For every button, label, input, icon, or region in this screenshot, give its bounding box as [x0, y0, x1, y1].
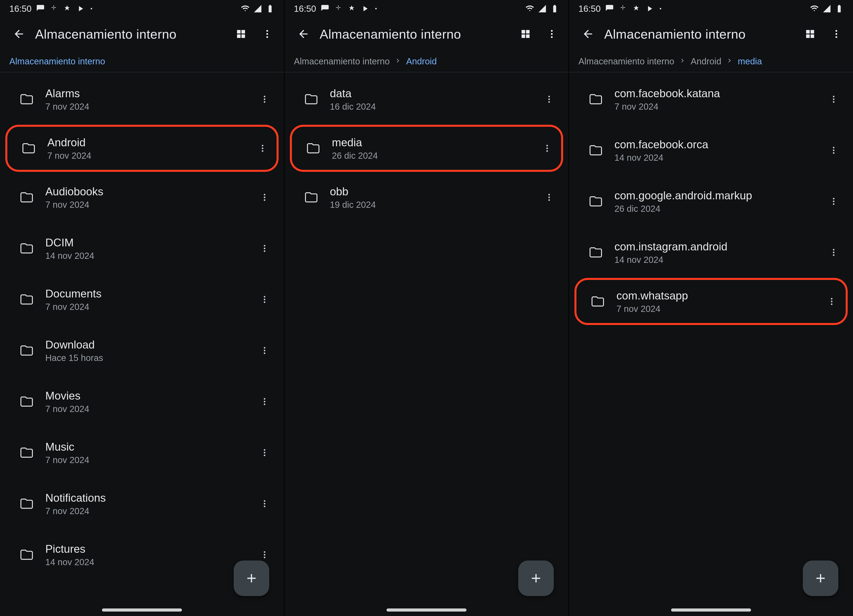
folder-row[interactable]: com.whatsapp 7 nov 2024: [574, 278, 848, 325]
folder-row[interactable]: com.facebook.katana 7 nov 2024: [574, 74, 848, 125]
folder-icon: [19, 191, 35, 204]
tiktok-icon: [347, 4, 356, 13]
folder-row[interactable]: DCIM 14 nov 2024: [5, 223, 279, 274]
folder-row[interactable]: com.google.android.markup 26 dic 2024: [574, 176, 848, 227]
gesture-nav-bar[interactable]: [0, 604, 284, 616]
tiktok-icon: [63, 4, 71, 13]
breadcrumb-item[interactable]: Almacenamiento interno: [9, 56, 105, 67]
row-menu-button[interactable]: [257, 193, 272, 202]
folder-row[interactable]: Alarms 7 nov 2024: [5, 74, 279, 125]
folder-name: com.facebook.katana: [615, 87, 815, 100]
folder-icon: [590, 295, 606, 308]
folder-icon: [19, 548, 35, 562]
breadcrumb-item[interactable]: Android: [406, 56, 437, 67]
folder-row[interactable]: Music 7 nov 2024: [5, 427, 279, 478]
file-browser-pane: 16:50 · Almacenamiento interno Almacenam…: [285, 0, 569, 616]
folder-name: Pictures: [45, 543, 246, 555]
folder-icon: [588, 92, 604, 106]
folder-icon: [21, 141, 36, 155]
folder-list[interactable]: Alarms 7 nov 2024 Android 7 nov 2024 Aud…: [0, 73, 284, 616]
breadcrumb-item[interactable]: media: [738, 56, 762, 67]
wifi-icon: [810, 4, 819, 13]
row-menu-button[interactable]: [539, 144, 555, 153]
folder-name: com.whatsapp: [616, 289, 813, 302]
app-bar: Almacenamiento interno: [0, 17, 284, 51]
breadcrumb-item[interactable]: Almacenamiento interno: [294, 56, 390, 67]
folder-list[interactable]: com.facebook.katana 7 nov 2024 com.faceb…: [569, 73, 853, 616]
wifi-icon: [241, 4, 250, 13]
folder-icon: [19, 395, 35, 409]
folder-date: 7 nov 2024: [45, 506, 246, 516]
back-button[interactable]: [578, 24, 598, 44]
add-fab[interactable]: [518, 560, 554, 596]
page-title: Almacenamiento interno: [604, 27, 794, 41]
overflow-menu-button[interactable]: [257, 24, 277, 44]
folder-icon: [305, 141, 321, 155]
row-menu-button[interactable]: [257, 346, 272, 355]
chevron-right-icon: [678, 56, 686, 67]
folder-row[interactable]: media 26 dic 2024: [290, 125, 563, 172]
row-menu-button[interactable]: [257, 499, 272, 509]
folder-date: 16 dic 2024: [330, 102, 531, 112]
wifi-icon: [525, 4, 534, 13]
gesture-nav-bar[interactable]: [569, 604, 853, 616]
folder-row[interactable]: Documents 7 nov 2024: [5, 274, 279, 325]
row-menu-button[interactable]: [257, 397, 272, 406]
folder-icon: [303, 92, 319, 106]
folder-name: Music: [45, 440, 246, 453]
status-overflow-dot: ·: [659, 4, 663, 14]
folder-icon: [19, 344, 35, 357]
folder-row[interactable]: Audiobooks 7 nov 2024: [5, 172, 279, 223]
grid-view-button[interactable]: [800, 24, 820, 44]
breadcrumb: Almacenamiento internoAndroid: [285, 51, 568, 72]
folder-row[interactable]: obb 19 dic 2024: [290, 172, 563, 223]
chat-icon: [320, 4, 329, 13]
folder-row[interactable]: data 16 dic 2024: [290, 74, 563, 125]
folder-date: 7 nov 2024: [45, 302, 246, 312]
row-menu-button[interactable]: [257, 550, 272, 559]
overflow-menu-button[interactable]: [826, 24, 846, 44]
folder-name: Movies: [45, 389, 246, 402]
grid-view-button[interactable]: [516, 24, 536, 44]
row-menu-button[interactable]: [541, 193, 557, 202]
folder-row[interactable]: Android 7 nov 2024: [5, 125, 279, 172]
folder-date: 7 nov 2024: [45, 404, 246, 414]
row-menu-button[interactable]: [257, 244, 272, 253]
add-fab[interactable]: [803, 560, 838, 596]
row-menu-button[interactable]: [257, 295, 272, 304]
row-menu-button[interactable]: [257, 448, 272, 457]
back-button[interactable]: [293, 24, 313, 44]
folder-date: 7 nov 2024: [616, 304, 813, 314]
folder-date: 14 nov 2024: [615, 153, 815, 163]
breadcrumb-item[interactable]: Almacenamiento interno: [578, 56, 674, 67]
folder-name: com.instagram.android: [615, 240, 815, 253]
row-menu-button[interactable]: [826, 197, 841, 206]
folder-list[interactable]: data 16 dic 2024 media 26 dic 2024 obb 1…: [285, 73, 568, 616]
add-fab[interactable]: [234, 560, 269, 596]
row-menu-button[interactable]: [826, 248, 841, 257]
pinwheel-icon: [334, 4, 343, 13]
folder-date: 7 nov 2024: [45, 102, 246, 112]
breadcrumb-item[interactable]: Android: [691, 56, 721, 67]
folder-row[interactable]: Notifications 7 nov 2024: [5, 478, 279, 529]
cell-signal-icon: [822, 4, 831, 13]
folder-row[interactable]: Movies 7 nov 2024: [5, 376, 279, 427]
row-menu-button[interactable]: [255, 144, 270, 153]
row-menu-button[interactable]: [257, 95, 272, 104]
gesture-nav-bar[interactable]: [285, 604, 568, 616]
folder-icon: [588, 144, 604, 157]
row-menu-button[interactable]: [826, 145, 841, 155]
folder-row[interactable]: com.facebook.orca 14 nov 2024: [574, 125, 848, 176]
back-button[interactable]: [9, 24, 29, 44]
row-menu-button[interactable]: [826, 95, 841, 104]
folder-row[interactable]: com.instagram.android 14 nov 2024: [574, 227, 848, 278]
grid-view-button[interactable]: [231, 24, 251, 44]
battery-icon: [550, 4, 559, 13]
status-bar: 16:50 ·: [285, 0, 568, 17]
row-menu-button[interactable]: [824, 297, 839, 306]
folder-icon: [19, 92, 35, 106]
overflow-menu-button[interactable]: [542, 24, 562, 44]
folder-row[interactable]: Download Hace 15 horas: [5, 325, 279, 376]
row-menu-button[interactable]: [541, 95, 557, 104]
battery-icon: [266, 4, 275, 13]
